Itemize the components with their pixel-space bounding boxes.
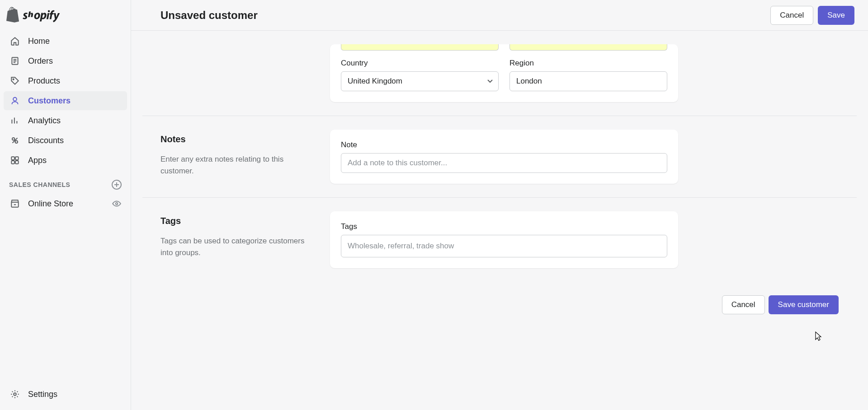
store-icon [9,198,21,210]
sidebar-item-label: Orders [28,56,53,66]
page-title: Unsaved customer [160,9,258,22]
sidebar-item-settings[interactable]: Settings [4,385,127,404]
svg-rect-5 [11,157,14,160]
chevron-down-icon [487,79,493,83]
tags-card: Tags [330,211,678,268]
sidebar-item-products[interactable]: Products [4,71,127,90]
tags-label: Tags [341,222,667,231]
add-sales-channel-button[interactable] [112,180,122,190]
tags-section-description: Tags can be used to categorize customers… [160,235,316,258]
svg-point-1 [13,79,14,80]
main-content: Unsaved customer Cancel Save [131,0,868,410]
tags-section-title: Tags [160,216,316,226]
sidebar-item-label: Online Store [28,199,73,209]
footer-actions: Cancel Save customer [145,282,854,319]
sales-channels-header: SALES CHANNELS [4,171,127,194]
notes-card: Note [330,130,678,184]
settings-nav: Settings [0,385,131,405]
svg-point-9 [116,203,118,205]
country-field: Country United Kingdom [341,59,499,91]
products-icon [9,75,21,87]
region-label: Region [509,59,667,68]
discounts-icon [9,135,21,146]
sidebar-item-label: Discounts [28,136,64,145]
primary-nav: Home Orders Products Customers [0,32,131,171]
address-card: Country United Kingdom Region [330,44,678,102]
view-store-icon[interactable] [112,199,122,209]
footer-save-customer-button[interactable]: Save customer [769,295,839,314]
topbar: Unsaved customer Cancel Save [131,0,868,31]
apps-icon [9,154,21,166]
sidebar-item-online-store[interactable]: Online Store [4,194,127,213]
plus-icon [114,182,119,187]
content-area: Country United Kingdom Region [131,31,868,410]
svg-point-3 [12,138,15,140]
sales-channels-list: Online Store [0,194,131,214]
svg-rect-6 [15,157,19,160]
analytics-icon [9,115,21,126]
autofill-field-partial-left[interactable] [341,44,499,51]
region-field: Region [509,59,667,91]
tags-field: Tags [341,222,667,257]
home-icon [9,35,21,47]
svg-point-2 [13,98,17,101]
topbar-actions: Cancel Save [770,6,854,25]
autofill-field-partial-right[interactable] [509,44,667,51]
country-select[interactable]: United Kingdom [341,71,499,91]
sidebar-item-label: Home [28,37,50,46]
sidebar-item-customers[interactable]: Customers [4,91,127,110]
tags-input[interactable] [341,235,667,257]
footer-cancel-button[interactable]: Cancel [722,295,765,314]
sidebar-item-label: Products [28,76,60,86]
sales-channels-title: SALES CHANNELS [9,181,70,188]
cursor-icon [813,331,823,342]
notes-section: Notes Enter any extra notes relating to … [145,116,854,197]
sidebar-item-label: Customers [28,96,71,106]
shopify-logo-icon [5,6,64,23]
country-value: United Kingdom [348,77,482,86]
sidebar-item-analytics[interactable]: Analytics [4,111,127,130]
country-label: Country [341,59,499,68]
customers-icon [9,95,21,107]
svg-rect-7 [11,161,14,164]
notes-section-description: Enter any extra notes relating to this c… [160,154,316,177]
tags-section: Tags Tags can be used to categorize cust… [145,198,854,282]
sidebar-item-label: Settings [28,390,57,399]
region-input[interactable] [509,71,667,91]
sidebar-item-discounts[interactable]: Discounts [4,131,127,150]
svg-point-4 [15,141,18,144]
sidebar: Home Orders Products Customers [0,0,131,410]
orders-icon [9,55,21,67]
notes-section-title: Notes [160,134,316,144]
shopify-logo[interactable] [0,5,131,32]
sidebar-item-orders[interactable]: Orders [4,51,127,70]
gear-icon [9,388,21,400]
cancel-button[interactable]: Cancel [770,6,813,25]
sidebar-item-apps[interactable]: Apps [4,151,127,170]
note-field: Note [341,140,667,173]
sidebar-item-label: Apps [28,156,47,165]
save-button[interactable]: Save [818,6,854,25]
address-section: Country United Kingdom Region [145,31,854,116]
note-label: Note [341,140,667,149]
svg-point-10 [14,393,16,396]
sidebar-item-home[interactable]: Home [4,32,127,51]
svg-rect-8 [15,161,19,164]
note-input[interactable] [341,153,667,173]
sidebar-item-label: Analytics [28,116,61,126]
